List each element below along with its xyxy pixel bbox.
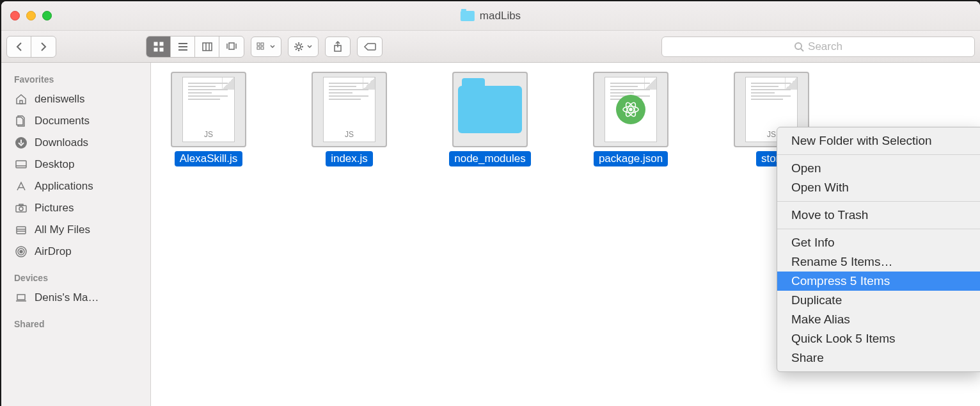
sidebar-item-label: Applications: [35, 180, 93, 193]
menu-item[interactable]: Open With: [777, 178, 980, 197]
action-button[interactable]: [288, 37, 319, 57]
back-button[interactable]: [7, 37, 31, 57]
menu-item[interactable]: Get Info: [777, 233, 980, 252]
nav-buttons: [6, 36, 56, 58]
svg-rect-24: [16, 161, 26, 168]
forward-button[interactable]: [31, 37, 56, 57]
search-placeholder: Search: [808, 40, 842, 53]
menu-item[interactable]: Duplicate: [777, 291, 980, 310]
zoom-window-button[interactable]: [42, 11, 52, 20]
icon-view-button[interactable]: [146, 37, 171, 57]
home-icon: [14, 92, 28, 106]
svg-point-17: [297, 45, 301, 49]
sidebar-item-airdrop[interactable]: AirDrop: [1, 241, 150, 263]
file-label: index.js: [326, 151, 373, 166]
svg-rect-10: [229, 43, 234, 49]
menu-separator: [777, 201, 980, 202]
titlebar: madLibs: [1, 1, 980, 31]
coverflow-view-button[interactable]: [219, 37, 244, 57]
svg-rect-7: [203, 43, 212, 51]
file-item[interactable]: JSindex.js: [311, 72, 388, 166]
svg-rect-3: [160, 48, 163, 51]
svg-rect-0: [154, 42, 157, 45]
sidebar-item-label: Denis's Ma…: [35, 291, 99, 304]
svg-point-35: [20, 250, 22, 253]
file-icon: JS: [171, 72, 246, 147]
tags-button[interactable]: [357, 37, 383, 57]
download-icon: [14, 136, 28, 150]
menu-item[interactable]: Share: [777, 348, 980, 368]
file-item[interactable]: package.json: [592, 72, 669, 166]
svg-rect-22: [20, 101, 22, 104]
menu-item[interactable]: Compress 5 Items: [777, 272, 980, 291]
file-icon: JS: [312, 72, 387, 147]
svg-rect-1: [160, 42, 163, 45]
sidebar-item-label: All My Files: [35, 223, 90, 236]
all-files-icon: [14, 223, 28, 237]
sidebar-item-label: Documents: [35, 115, 90, 127]
document-icon: [14, 114, 28, 128]
desktop-icon: [14, 158, 28, 172]
sidebar-item-all-my-files[interactable]: All My Files: [1, 219, 150, 241]
svg-point-28: [19, 207, 23, 211]
window-title: madLibs: [480, 10, 521, 22]
svg-rect-14: [261, 43, 264, 45]
sidebar-item-documents[interactable]: Documents: [1, 110, 150, 132]
svg-line-21: [801, 49, 803, 51]
sidebar-item-label: Pictures: [35, 202, 74, 215]
close-window-button[interactable]: [10, 11, 20, 20]
menu-separator: [777, 229, 980, 229]
menu-item[interactable]: Move to Trash: [777, 206, 980, 225]
sidebar-item-device[interactable]: Denis's Ma…: [1, 287, 150, 309]
camera-icon: [14, 201, 28, 215]
arrange-button[interactable]: [251, 37, 281, 57]
menu-item[interactable]: Rename 5 Items…: [777, 252, 980, 272]
sidebar-item-desktop[interactable]: Desktop: [1, 154, 150, 175]
svg-rect-16: [261, 47, 264, 49]
sidebar-section-shared: Shared: [1, 318, 150, 333]
svg-rect-30: [17, 227, 26, 234]
svg-rect-15: [257, 47, 260, 49]
menu-item[interactable]: New Folder with Selection: [777, 131, 980, 150]
svg-rect-13: [257, 43, 260, 45]
svg-point-20: [795, 43, 802, 49]
sidebar-item-home[interactable]: deniswells: [1, 88, 150, 110]
sidebar-item-pictures[interactable]: Pictures: [1, 197, 150, 219]
file-item[interactable]: node_modules: [452, 72, 528, 166]
share-button[interactable]: [325, 37, 351, 57]
file-label: package.json: [594, 151, 668, 166]
folder-icon: [461, 11, 475, 21]
svg-rect-29: [19, 204, 23, 206]
svg-rect-2: [154, 48, 157, 51]
minimize-window-button[interactable]: [26, 11, 36, 20]
traffic-lights: [10, 11, 52, 20]
sidebar-item-downloads[interactable]: Downloads: [1, 132, 150, 154]
file-label: AlexaSkill.js: [175, 151, 243, 166]
list-view-button[interactable]: [171, 37, 195, 57]
file-item[interactable]: JSAlexaSkill.js: [170, 72, 247, 166]
search-input[interactable]: Search: [661, 37, 975, 57]
file-label: node_modules: [449, 151, 531, 166]
sidebar-item-label: deniswells: [35, 93, 84, 106]
sidebar-item-label: Desktop: [35, 158, 74, 171]
sidebar-item-label: AirDrop: [35, 245, 72, 258]
file-icon: [593, 72, 668, 147]
menu-item[interactable]: Open: [777, 159, 980, 178]
menu-item[interactable]: Quick Look 5 Items: [777, 329, 980, 348]
sidebar-section-favorites: Favorites: [1, 73, 150, 88]
sidebar-item-applications[interactable]: Applications: [1, 175, 150, 197]
column-view-button[interactable]: [195, 37, 219, 57]
menu-separator: [777, 154, 980, 155]
folder-icon: [452, 72, 528, 147]
applications-icon: [14, 179, 28, 193]
toolbar: Search: [1, 31, 980, 63]
svg-point-41: [629, 108, 632, 111]
laptop-icon: [14, 291, 28, 305]
search-icon: [794, 42, 804, 52]
sidebar: Favorites deniswells Documents Downloads…: [1, 63, 151, 406]
menu-item[interactable]: Make Alias: [777, 310, 980, 329]
finder-window: madLibs Search Favorites deniswells Docu…: [1, 1, 980, 406]
context-menu: New Folder with SelectionOpenOpen WithMo…: [777, 127, 980, 372]
svg-rect-36: [17, 295, 25, 300]
sidebar-section-devices: Devices: [1, 272, 150, 287]
